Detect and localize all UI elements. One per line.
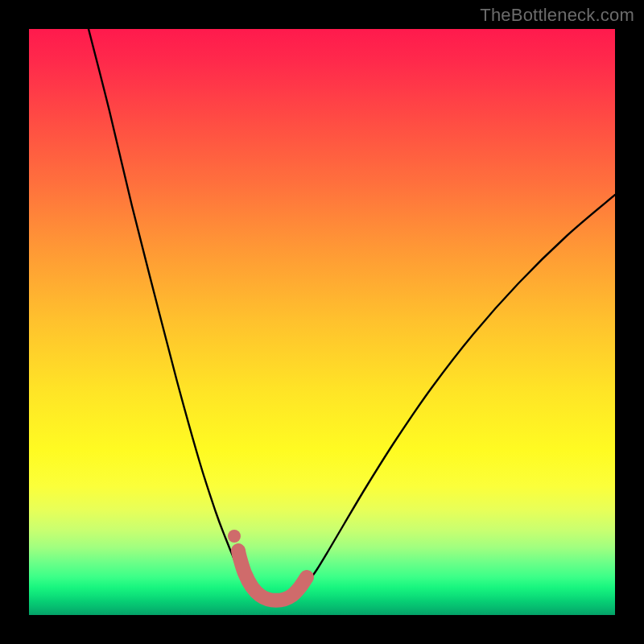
bottleneck-curve	[89, 29, 615, 603]
highlight-dot	[228, 530, 241, 543]
watermark-text: TheBottleneck.com	[480, 5, 634, 26]
highlight-region	[238, 551, 307, 601]
chart-frame: TheBottleneck.com	[0, 0, 644, 644]
plot-area	[29, 29, 615, 615]
curve-layer	[29, 29, 615, 615]
